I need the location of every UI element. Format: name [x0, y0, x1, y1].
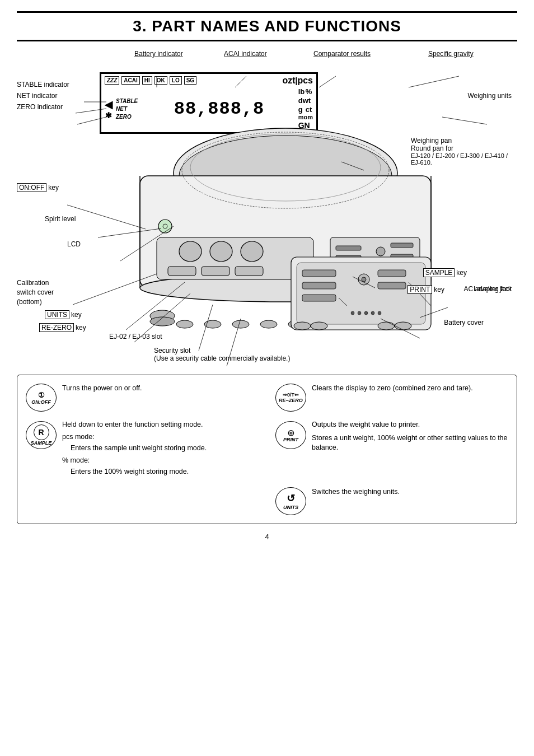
comparator-results-label: Comparator results [313, 50, 371, 58]
sample-R-symbol: R [34, 424, 49, 440]
svg-point-15 [158, 220, 172, 233]
units-key-label: UNITS key [45, 310, 82, 319]
svg-point-57 [294, 322, 311, 330]
sample-key-label: SAMPLE key [423, 268, 467, 277]
svg-point-9 [179, 241, 202, 262]
print-icon-label: PRINT [283, 437, 298, 442]
svg-line-64 [409, 76, 459, 87]
security-slot-label: Security slot (Use a security cable comm… [154, 347, 290, 362]
diagram-section: Battery indicator ACAI indicator Compara… [17, 50, 517, 369]
on-off-icon: ① ON:OFF [26, 384, 57, 412]
calibration-label: Calibration switch cover (bottom) [17, 278, 54, 306]
svg-rect-14 [235, 267, 263, 276]
svg-line-66 [76, 109, 106, 113]
svg-line-63 [319, 76, 336, 87]
ac-adapter-label: AC adapter jack [464, 285, 512, 293]
ej-slot-label: EJ-02 / EJ-03 slot [109, 333, 162, 340]
re-zero-description: Clears the display to zero (combined zer… [312, 384, 508, 395]
units-description: Switches the weighing units. [312, 487, 508, 499]
print-description: Outputs the weight value to printer. Sto… [312, 420, 508, 455]
on-off-description: Turns the power on or off. [62, 384, 259, 395]
svg-rect-51 [378, 282, 406, 289]
page-title-section: 3. PART NAMES AND FUNCTIONS [17, 11, 517, 41]
sample-icon-label: SAMPLE [31, 440, 52, 446]
svg-point-10 [210, 241, 232, 262]
svg-point-36 [150, 317, 175, 326]
svg-point-21 [376, 247, 385, 256]
sample-icon: R SAMPLE [26, 421, 57, 449]
svg-rect-50 [378, 270, 406, 277]
svg-rect-12 [168, 267, 196, 276]
sample-description: Held down to enter the function setting … [62, 420, 259, 479]
on-off-icon-label: ON:OFF [31, 399, 51, 405]
svg-rect-13 [202, 267, 229, 276]
svg-point-54 [364, 311, 368, 315]
page-title: 3. PART NAMES AND FUNCTIONS [17, 17, 517, 35]
weighing-pan-label: Weighing pan Round pan for EJ-120 / EJ-2… [411, 137, 512, 166]
scale-diagram-svg [17, 64, 517, 369]
svg-point-59 [378, 322, 395, 330]
units-desc-right: ↺ UNITS Switches the weighing units. [275, 487, 508, 515]
page-number: 4 [17, 533, 517, 541]
svg-point-56 [378, 311, 381, 315]
rezero-key-label: RE-ZERO key [39, 323, 86, 332]
print-icon: ◎ PRINT [275, 421, 306, 449]
sample-desc: R SAMPLE Held down to enter the function… [26, 420, 259, 479]
spirit-level-label: Spirit level [45, 215, 76, 223]
svg-rect-22 [391, 243, 413, 248]
battery-indicator-label: Battery indicator [134, 50, 183, 58]
svg-point-55 [371, 311, 374, 315]
units-icon-label: UNITS [283, 505, 298, 510]
lcd-label: LCD [67, 240, 81, 248]
svg-rect-18 [336, 246, 361, 250]
svg-point-11 [241, 241, 263, 262]
svg-point-53 [358, 311, 361, 315]
svg-line-73 [442, 117, 487, 124]
re-zero-desc: ⇒0/T⇐ RE−ZERO Clears the display to zero… [275, 384, 508, 412]
re-zero-icon: ⇒0/T⇐ RE−ZERO [275, 384, 306, 412]
svg-line-67 [77, 117, 106, 124]
on-off-desc: ① ON:OFF Turns the power on or off. [26, 384, 259, 412]
units-icon: ↺ UNITS [275, 487, 306, 515]
on-off-key-label: ON:OFF key [17, 183, 59, 192]
svg-point-52 [351, 311, 354, 315]
svg-point-60 [395, 322, 411, 330]
on-off-symbol: ① [38, 391, 45, 399]
re-zero-icon-label: RE−ZERO [279, 398, 303, 403]
units-symbol: ↺ [287, 492, 295, 505]
print-key-label: PRINT key [407, 285, 444, 294]
svg-line-62 [235, 76, 246, 87]
svg-point-38 [176, 320, 193, 328]
svg-point-58 [311, 322, 327, 330]
svg-point-49 [362, 277, 366, 282]
units-desc [26, 487, 259, 515]
acai-indicator-label: ACAI indicator [224, 50, 267, 58]
re-zero-symbol: ⇒0/T⇐ [283, 392, 299, 398]
svg-rect-45 [302, 270, 336, 277]
print-desc: ◎ PRINT Outputs the weight value to prin… [275, 420, 508, 479]
svg-rect-47 [302, 295, 336, 301]
svg-rect-46 [302, 282, 336, 289]
svg-point-41 [260, 320, 277, 328]
svg-point-40 [232, 320, 249, 328]
svg-line-68 [67, 205, 146, 229]
key-descriptions-box: ① ON:OFF Turns the power on or off. ⇒0/T… [17, 375, 517, 524]
print-symbol: ◎ [288, 428, 294, 437]
specific-gravity-label: Specific gravity [428, 50, 474, 58]
battery-cover-label: Battery cover [444, 319, 484, 326]
